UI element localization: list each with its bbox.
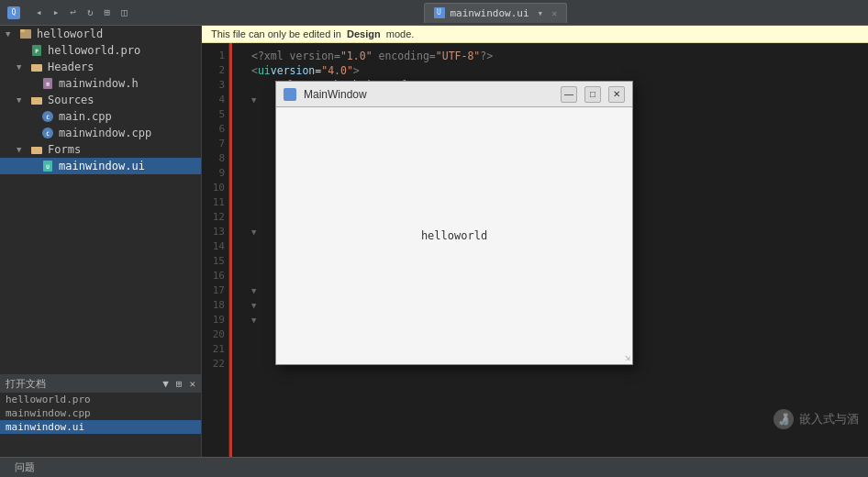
preview-app-icon <box>284 88 296 101</box>
sidebar-item-mainwindow-ui[interactable]: U mainwindow.ui <box>0 158 201 174</box>
tab-close[interactable]: ✕ <box>551 8 557 18</box>
toolbar-forward[interactable]: ▸ <box>50 5 62 20</box>
arrow-headers: ▼ <box>17 62 28 72</box>
preview-controls[interactable]: — □ ✕ <box>561 86 625 103</box>
headers-label: Headers <box>48 61 95 73</box>
headers-folder-icon <box>29 61 44 73</box>
arrow-mainwindow-ui <box>28 161 39 171</box>
mainwindow-cpp-label: mainwindow.cpp <box>59 127 151 139</box>
pro-label: helloworld.pro <box>48 44 140 57</box>
bottom-tab-label: 问题 <box>15 460 35 474</box>
toolbar-new[interactable]: ⊞ <box>102 5 114 20</box>
toolbar-redo[interactable]: ↻ <box>84 5 96 20</box>
preview-titlebar: MainWindow — □ ✕ <box>276 82 632 107</box>
forms-folder-icon <box>29 143 44 156</box>
sidebar-item-pro[interactable]: P helloworld.pro <box>0 42 201 59</box>
arrow-helloworld: ▼ <box>6 29 17 39</box>
svg-text:P: P <box>35 48 39 54</box>
sidebar-bottom-header: 打开文档 ▼ ⊞ ✕ <box>0 375 201 393</box>
toolbar-split[interactable]: ◫ <box>118 5 130 20</box>
svg-rect-1 <box>20 29 25 32</box>
line-numbers: 1234 5678 9101112 13141516 17181920 2122 <box>202 43 229 457</box>
code-line-2: <ui version="4.0"> <box>251 63 868 78</box>
preview-maximize[interactable]: □ <box>584 86 601 103</box>
cpp-icon-mainwindow: C <box>40 127 55 139</box>
code-line-1: <?xml version="1.0" encoding="UTF-8"?> <box>251 49 868 63</box>
bottom-panel-icon2[interactable]: ⊞ <box>176 378 183 390</box>
svg-text:C: C <box>46 130 50 137</box>
watermark-icon: 🍶 <box>773 409 794 429</box>
preview-resize-handle[interactable]: ⇲ <box>625 352 630 362</box>
arrow-mainwindow-h <box>28 79 39 88</box>
bottom-panel-title: 打开文档 <box>6 377 46 391</box>
project-label: helloworld <box>37 28 103 40</box>
sidebar-item-mainwindow-h[interactable]: H mainwindow.h <box>0 75 201 92</box>
app-icon: Q <box>7 6 20 19</box>
arrow-sources: ▼ <box>17 95 28 105</box>
sources-folder-icon <box>29 94 44 106</box>
notice-text: This file can only be edited in Design m… <box>211 28 414 39</box>
mainwindow-h-label: mainwindow.h <box>59 77 139 90</box>
cpp-icon-main: C <box>40 110 55 123</box>
bottom-item-cpp-label: mainwindow.cpp <box>6 407 91 419</box>
arrow-mainwindow-cpp <box>28 128 39 138</box>
preview-title: MainWindow <box>304 88 553 101</box>
watermark-text: 嵌入式与酒 <box>799 411 859 427</box>
bottom-tab-problems[interactable]: 问题 <box>7 460 42 474</box>
svg-text:H: H <box>46 81 50 87</box>
bottom-item-pro[interactable]: helloworld.pro <box>0 393 201 406</box>
watermark: 🍶 嵌入式与酒 <box>773 409 859 429</box>
bottom-item-cpp[interactable]: mainwindow.cpp <box>0 406 201 420</box>
sidebar-bottom: 打开文档 ▼ ⊞ ✕ helloworld.pro mainwindow.cpp… <box>0 374 201 457</box>
preview-close[interactable]: ✕ <box>608 86 625 103</box>
toolbar-undo[interactable]: ↩ <box>67 5 79 20</box>
ui-file-icon: U <box>40 160 55 172</box>
sidebar-tree: ▼ helloworld P helloworld.pro ▼ <box>0 26 201 374</box>
bottom-panel-icon1[interactable]: ▼ <box>162 378 169 390</box>
toolbar-back[interactable]: ◂ <box>33 5 45 20</box>
sidebar-item-helloworld[interactable]: ▼ helloworld <box>0 26 201 42</box>
svg-rect-5 <box>31 64 36 67</box>
bottom-panel-icon3[interactable]: ✕ <box>189 378 195 390</box>
main-layout: ▼ helloworld P helloworld.pro ▼ <box>0 26 868 457</box>
active-tab[interactable]: U mainwindow.ui ▾ ✕ <box>424 3 568 23</box>
sidebar-item-headers[interactable]: ▼ Headers <box>0 59 201 75</box>
tab-label: mainwindow.ui <box>451 7 529 19</box>
sidebar: ▼ helloworld P helloworld.pro ▼ <box>0 26 202 457</box>
svg-text:C: C <box>46 114 50 120</box>
preview-content: helloworld <box>421 229 487 242</box>
tab-dropdown[interactable]: ▾ <box>535 6 547 21</box>
preview-minimize[interactable]: — <box>561 86 577 103</box>
arrow-forms: ▼ <box>17 145 28 154</box>
sidebar-item-forms[interactable]: ▼ Forms <box>0 141 201 158</box>
tab-file-icon: U <box>434 7 445 18</box>
bottom-item-ui[interactable]: mainwindow.ui <box>0 420 201 434</box>
title-bar-left: Q ◂ ▸ ↩ ↻ ⊞ ◫ <box>7 5 130 20</box>
arrow-pro <box>17 46 28 55</box>
bottom-bar: 问题 <box>0 457 868 477</box>
svg-rect-15 <box>31 147 36 150</box>
preview-window: MainWindow — □ ✕ helloworld ⇲ <box>275 81 633 365</box>
svg-rect-9 <box>31 97 36 100</box>
preview-body: helloworld <box>276 107 632 364</box>
title-bar: Q ◂ ▸ ↩ ↻ ⊞ ◫ U mainwindow.ui ▾ ✕ <box>0 0 868 26</box>
forms-label: Forms <box>48 143 81 156</box>
bottom-item-ui-label: mainwindow.ui <box>6 421 84 433</box>
sidebar-item-sources[interactable]: ▼ Sources <box>0 92 201 108</box>
main-cpp-label: main.cpp <box>59 110 112 123</box>
editor-area: This file can only be edited in Design m… <box>202 26 868 457</box>
bottom-item-pro-label: helloworld.pro <box>6 394 91 405</box>
modified-bar <box>229 43 232 457</box>
sources-label: Sources <box>48 94 95 106</box>
h-file-icon: H <box>40 77 55 90</box>
mainwindow-ui-label: mainwindow.ui <box>59 160 145 172</box>
sidebar-item-main-cpp[interactable]: C main.cpp <box>0 108 201 125</box>
sidebar-item-mainwindow-cpp[interactable]: C mainwindow.cpp <box>0 125 201 141</box>
toolbar-icons: ◂ ▸ ↩ ↻ ⊞ ◫ <box>33 5 130 20</box>
pro-icon: P <box>29 44 44 57</box>
editor-notice: This file can only be edited in Design m… <box>202 26 868 43</box>
project-icon <box>18 28 33 40</box>
arrow-main-cpp <box>28 112 39 121</box>
svg-text:U: U <box>46 163 50 170</box>
